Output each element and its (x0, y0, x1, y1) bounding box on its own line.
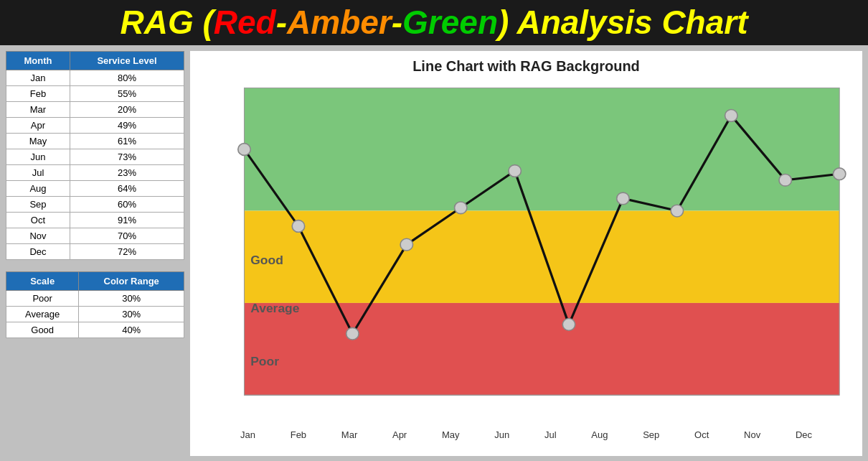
x-axis-label: Apr (392, 429, 407, 440)
value-cell: 73% (70, 149, 184, 164)
red-band (245, 303, 840, 395)
green-band (245, 88, 840, 210)
value-cell: 70% (70, 228, 184, 243)
x-axis-label: Nov (744, 429, 760, 440)
title-rag: RAG ( (120, 4, 213, 41)
table-row: Apr49% (6, 117, 184, 133)
table-row: Mar20% (6, 101, 184, 117)
scale-row: Poor30% (6, 290, 184, 306)
x-axis-label: May (442, 429, 460, 440)
month-cell: Oct (6, 212, 70, 228)
month-cell: Jun (6, 149, 70, 164)
value-cell: 64% (70, 180, 184, 196)
table-row: Jul23% (6, 164, 184, 180)
title-red: Red (214, 4, 276, 41)
poor-label: Poor (250, 354, 279, 368)
x-axis-label: Feb (291, 429, 306, 440)
value-cell: 61% (70, 133, 184, 149)
x-axis-label: Aug (591, 429, 608, 440)
title-suffix: ) Analysis Chart (498, 4, 748, 41)
range-cell: 40% (79, 322, 184, 337)
scale-row: Good40% (6, 322, 184, 337)
data-dot (238, 143, 250, 155)
data-dot (455, 202, 467, 214)
chart-container: Good Average Poor JanFebMarAprMayJunJulA… (197, 80, 855, 425)
table-row: Sep60% (6, 196, 184, 212)
x-axis-label: Mar (341, 429, 357, 440)
data-dot (346, 327, 359, 340)
x-axis-labels: JanFebMarAprMayJunJulAugSepOctNovDec (197, 429, 855, 440)
month-cell: Jan (6, 70, 70, 85)
table-row: Jan80% (6, 70, 184, 85)
header: RAG (Red-Amber-Green) Analysis Chart (0, 0, 868, 45)
x-axis-label: Jan (240, 429, 255, 440)
data-dot (671, 205, 683, 217)
table-row: Aug64% (6, 180, 184, 196)
month-cell: Sep (6, 196, 70, 212)
data-dot (617, 192, 629, 205)
average-label: Average (250, 302, 299, 315)
value-cell: 49% (70, 117, 184, 133)
data-dot (400, 238, 412, 251)
data-dot (562, 318, 575, 330)
title-green: Green (402, 4, 498, 41)
data-dot (509, 164, 521, 177)
scale-col2-header: Color Range (79, 271, 184, 290)
x-axis-label: Oct (694, 429, 709, 440)
table-row: Jun73% (6, 149, 184, 164)
data-dot (779, 174, 791, 186)
value-cell: 80% (70, 70, 184, 85)
range-cell: 30% (79, 306, 184, 322)
value-cell: 72% (70, 243, 184, 259)
data-dot (292, 220, 304, 232)
scale-cell: Average (6, 306, 79, 322)
x-axis-label: Sep (643, 429, 659, 440)
chart-area: Line Chart with RAG Background Good (190, 51, 862, 456)
month-cell: Dec (6, 243, 70, 259)
table-row: Dec72% (6, 243, 184, 259)
data-table: Month Service Level Jan80%Feb55%Mar20%Ap… (6, 51, 184, 260)
amber-band (245, 210, 840, 302)
scale-cell: Poor (6, 290, 79, 306)
value-cell: 91% (70, 212, 184, 228)
range-cell: 30% (79, 290, 184, 306)
scale-table: Scale Color Range Poor30%Average30%Good4… (6, 271, 184, 338)
month-cell: May (6, 133, 70, 149)
table-row: May61% (6, 133, 184, 149)
title-amber: Amber (287, 4, 392, 41)
scale-cell: Good (6, 322, 79, 337)
value-cell: 20% (70, 101, 184, 117)
x-axis-label: Jun (494, 429, 509, 440)
left-panel: Month Service Level Jan80%Feb55%Mar20%Ap… (0, 45, 190, 461)
month-cell: Aug (6, 180, 70, 196)
title-dash1: - (276, 4, 287, 41)
table-row: Oct91% (6, 212, 184, 228)
value-cell: 23% (70, 164, 184, 180)
title-dash2: - (392, 4, 402, 41)
month-cell: Nov (6, 228, 70, 243)
table-row: Feb55% (6, 85, 184, 101)
data-dot (833, 167, 845, 180)
data-dot (725, 109, 737, 121)
month-cell: Feb (6, 85, 70, 101)
month-cell: Jul (6, 164, 70, 180)
month-cell: Apr (6, 117, 70, 133)
x-axis-label: Jul (544, 429, 557, 440)
value-cell: 60% (70, 196, 184, 212)
x-axis-label: Dec (796, 429, 812, 440)
main-content: Month Service Level Jan80%Feb55%Mar20%Ap… (0, 45, 868, 461)
scale-col1-header: Scale (6, 271, 79, 290)
table-row: Nov70% (6, 228, 184, 243)
good-label: Good (250, 253, 283, 267)
chart-title: Line Chart with RAG Background (197, 58, 855, 75)
col1-header: Month (6, 51, 70, 70)
month-cell: Mar (6, 101, 70, 117)
scale-row: Average30% (6, 306, 184, 322)
chart-svg: Good Average Poor (197, 80, 855, 425)
value-cell: 55% (70, 85, 184, 101)
col2-header: Service Level (70, 51, 184, 70)
